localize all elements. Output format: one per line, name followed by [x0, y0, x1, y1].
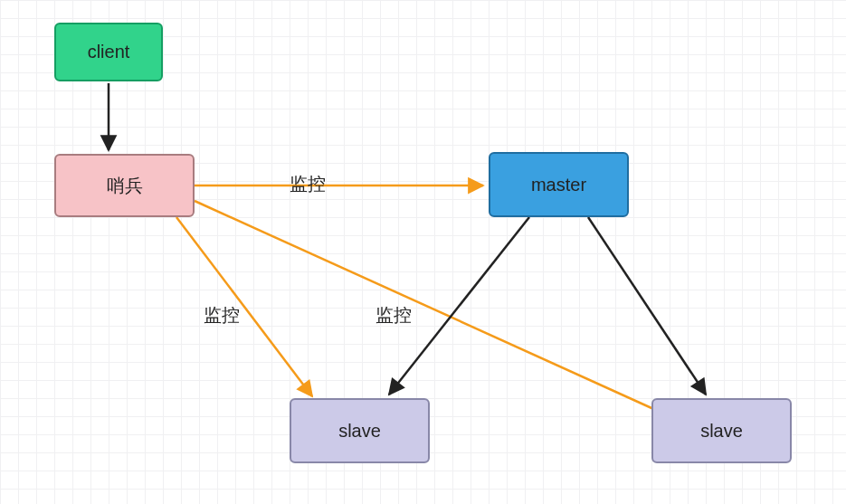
edge-sentinel-slave1 — [176, 217, 312, 396]
node-client-label: client — [88, 42, 130, 62]
node-master-label: master — [531, 175, 586, 195]
edge-label-sentinel-slave2: 监控 — [375, 303, 412, 328]
edge-master-slave2 — [588, 217, 706, 395]
edge-sentinel-slave2 — [195, 201, 670, 416]
node-master: master — [489, 152, 629, 217]
node-slave1-label: slave — [338, 421, 381, 442]
edge-label-sentinel-master: 监控 — [290, 172, 326, 196]
node-slave1: slave — [290, 398, 430, 463]
edge-label-sentinel-slave1: 监控 — [204, 303, 240, 328]
node-sentinel: 哨兵 — [54, 154, 195, 217]
node-slave2: slave — [651, 398, 792, 463]
node-sentinel-label: 哨兵 — [107, 174, 143, 198]
node-slave2-label: slave — [700, 421, 743, 442]
node-client: client — [54, 23, 163, 81]
